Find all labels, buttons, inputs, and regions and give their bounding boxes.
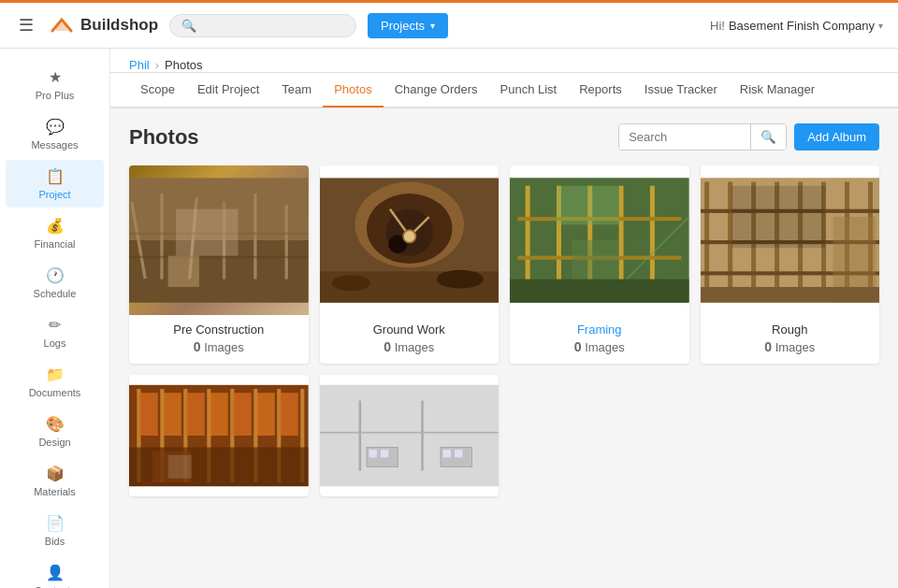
- sidebar-item-financial[interactable]: 💰 Financial: [6, 209, 104, 257]
- tab-punch-list[interactable]: Punch List: [489, 73, 569, 108]
- svg-rect-10: [176, 209, 239, 256]
- top-bar: Phil › Photos Scope Edit Project Team Ph…: [110, 49, 898, 108]
- financial-icon: 💰: [46, 217, 65, 235]
- photos-area: Photos 🔍 Add Album: [110, 108, 898, 588]
- schedule-icon: 🕐: [46, 266, 65, 284]
- svg-rect-28: [619, 186, 624, 295]
- svg-rect-6: [253, 194, 256, 280]
- svg-rect-32: [557, 186, 619, 225]
- svg-rect-51: [701, 287, 880, 303]
- sidebar-item-pro-plus[interactable]: ★ Pro Plus: [6, 61, 104, 108]
- album-image-drywall: [320, 375, 500, 496]
- svg-rect-83: [455, 450, 462, 457]
- album-thumbnail-drywall: [320, 375, 500, 496]
- tab-reports[interactable]: Reports: [568, 73, 633, 108]
- album-thumbnail-insulation: [129, 375, 309, 496]
- photos-header-controls: 🔍 Add Album: [618, 123, 879, 151]
- svg-rect-81: [380, 450, 387, 457]
- svg-rect-9: [129, 256, 309, 258]
- add-album-button[interactable]: Add Album: [794, 123, 879, 151]
- breadcrumb-parent-link[interactable]: Phil: [129, 58, 150, 72]
- album-image-framing: [510, 165, 689, 315]
- sidebar-item-documents[interactable]: 📁 Documents: [6, 358, 104, 406]
- photos-search-button[interactable]: 🔍: [750, 124, 786, 150]
- svg-rect-7: [285, 206, 288, 280]
- svg-rect-63: [163, 393, 181, 436]
- logs-icon: ✏: [49, 316, 61, 334]
- album-card-drywall[interactable]: [320, 375, 500, 496]
- svg-point-21: [331, 275, 370, 291]
- chat-icon: 💬: [46, 118, 65, 136]
- company-name: Basement Finish Company: [729, 19, 875, 33]
- page-title: Photos: [129, 125, 199, 150]
- album-info-pre-construction: Pre Construction 0 Images: [129, 315, 309, 364]
- sub-nav: Scope Edit Project Team Photos Change Or…: [110, 73, 898, 108]
- projects-button[interactable]: Projects ▾: [368, 13, 448, 38]
- photo-grid-row2: [129, 375, 879, 496]
- svg-rect-66: [233, 393, 252, 436]
- album-count: 0 Images: [138, 339, 299, 354]
- photos-header: Photos 🔍 Add Album: [129, 123, 879, 151]
- album-image-rough: [701, 165, 880, 315]
- album-card-rough[interactable]: Rough 0 Images: [701, 165, 880, 364]
- album-name: Framing: [519, 323, 680, 337]
- svg-rect-75: [358, 401, 360, 471]
- bids-icon: 📄: [46, 514, 65, 532]
- svg-rect-29: [650, 186, 655, 295]
- svg-rect-67: [256, 393, 275, 436]
- svg-rect-76: [421, 401, 423, 471]
- breadcrumb-current: Photos: [165, 58, 202, 72]
- album-thumbnail-framing: [510, 165, 689, 315]
- album-card-framing[interactable]: Framing 0 Images: [510, 165, 689, 364]
- album-card-ground-work[interactable]: Ground Work 0 Images: [320, 165, 500, 364]
- tab-scope[interactable]: Scope: [129, 73, 186, 108]
- svg-rect-65: [210, 393, 228, 436]
- album-image-insulation: [129, 375, 309, 496]
- album-image-pre-construction: [129, 165, 309, 315]
- tab-issue-tracker[interactable]: Issue Tracker: [633, 73, 729, 108]
- global-search-input[interactable]: [202, 19, 344, 33]
- global-search-bar[interactable]: 🔍: [169, 14, 356, 37]
- tab-change-orders[interactable]: Change Orders: [384, 73, 489, 108]
- album-image-ground-work: [320, 165, 500, 315]
- photos-search-field[interactable]: 🔍: [618, 123, 787, 151]
- sidebar-item-design[interactable]: 🎨 Design: [6, 408, 104, 455]
- photo-grid-row1: Pre Construction 0 Images: [129, 165, 879, 364]
- logo: Buildshop: [49, 14, 158, 36]
- album-card-insulation[interactable]: [129, 375, 309, 496]
- sidebar-item-project[interactable]: 📋 Project: [6, 160, 104, 208]
- documents-icon: 📁: [46, 366, 65, 383]
- svg-point-22: [436, 270, 483, 289]
- album-thumbnail-pre-construction: [129, 165, 309, 315]
- album-card-pre-construction[interactable]: Pre Construction 0 Images: [129, 165, 309, 364]
- album-count: 0 Images: [329, 339, 490, 354]
- svg-rect-64: [186, 393, 205, 436]
- photos-search-input[interactable]: [619, 124, 750, 150]
- svg-point-19: [403, 230, 415, 242]
- project-icon: 📋: [46, 167, 65, 185]
- sidebar-item-messages[interactable]: 💬 Messages: [6, 110, 104, 158]
- greeting-text: Hi!: [710, 19, 725, 33]
- svg-rect-68: [280, 393, 298, 436]
- tab-edit-project[interactable]: Edit Project: [186, 73, 270, 108]
- top-nav: ☰ Buildshop 🔍 Projects ▾ Hi! Basement Fi…: [0, 0, 898, 49]
- materials-icon: 📦: [46, 465, 65, 482]
- tab-team[interactable]: Team: [270, 73, 323, 108]
- user-menu[interactable]: Hi! Basement Finish Company ▾: [710, 19, 883, 33]
- album-count: 0 Images: [710, 339, 871, 354]
- sidebar-item-materials[interactable]: 📦 Materials: [6, 457, 104, 505]
- sidebar-item-logs[interactable]: ✏ Logs: [6, 308, 104, 356]
- tab-risk-manager[interactable]: Risk Manager: [729, 73, 826, 108]
- svg-rect-49: [731, 186, 825, 249]
- sidebar-item-bids[interactable]: 📄 Bids: [6, 507, 104, 554]
- svg-rect-71: [168, 455, 192, 479]
- sidebar-item-schedule[interactable]: 🕐 Schedule: [6, 259, 104, 307]
- album-count: 0 Images: [519, 339, 680, 354]
- tab-photos[interactable]: Photos: [323, 73, 383, 108]
- svg-rect-11: [168, 256, 199, 287]
- contacts-icon: 👤: [46, 564, 65, 581]
- user-menu-chevron-icon: ▾: [878, 21, 883, 31]
- breadcrumb: Phil › Photos: [110, 49, 898, 73]
- hamburger-button[interactable]: ☰: [15, 11, 37, 39]
- sidebar-item-contacts[interactable]: 👤 Contacts: [6, 556, 104, 588]
